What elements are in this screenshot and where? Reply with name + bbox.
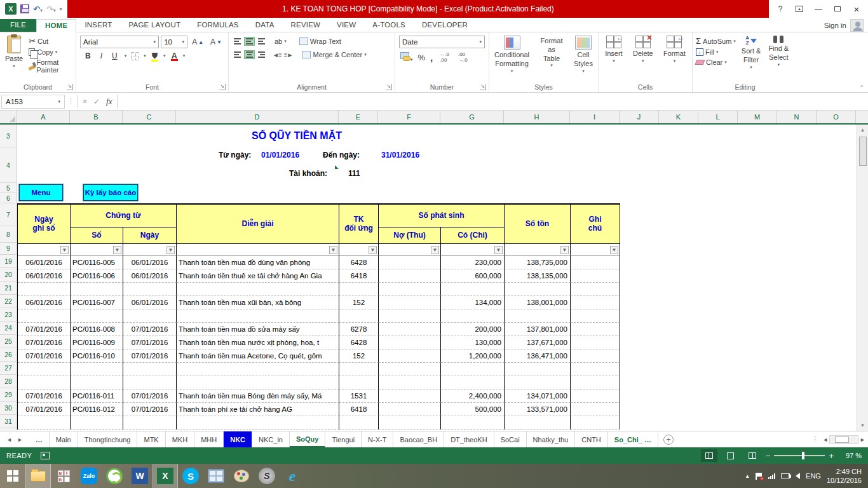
network-signal-icon[interactable] xyxy=(768,473,775,479)
ribbon-tab-data[interactable]: DATA xyxy=(247,19,283,32)
cell-E31[interactable] xyxy=(339,416,379,430)
row-header-19[interactable]: 19 xyxy=(0,255,17,268)
cell-G26[interactable]: 1,200,000 xyxy=(441,349,505,363)
cell-E25[interactable]: 6428 xyxy=(339,336,379,349)
redo-button[interactable]: ↷▾ xyxy=(46,5,56,13)
cell-E23[interactable] xyxy=(339,309,379,323)
font-size-combo[interactable]: 10▾ xyxy=(161,36,187,48)
cell-I27[interactable] xyxy=(571,363,620,376)
cell-F21[interactable] xyxy=(379,283,441,296)
row-header-29[interactable]: 29 xyxy=(0,388,17,402)
row-header-26[interactable]: 26 xyxy=(0,348,17,362)
cell-D28[interactable] xyxy=(177,376,339,390)
font-name-combo[interactable]: Arial▾ xyxy=(80,36,159,48)
accounting-format-button[interactable]: ▾ xyxy=(400,52,413,63)
copy-button[interactable]: Copy▾ xyxy=(27,47,74,57)
number-dialog-launcher[interactable]: ↘ xyxy=(480,84,486,90)
cell-I29[interactable] xyxy=(571,390,620,403)
cell-A24[interactable]: 07/01/2016 xyxy=(18,323,71,336)
zoom-out-icon[interactable]: − xyxy=(766,451,771,461)
cell-B21[interactable] xyxy=(71,283,123,296)
cell-styles-button[interactable]: Cell Styles▾ xyxy=(570,34,597,76)
cell-B30[interactable]: PC/0116-012 xyxy=(71,403,123,416)
column-header-L[interactable]: L xyxy=(698,111,738,123)
number-format-combo[interactable]: Date▾ xyxy=(399,36,485,48)
to-date-value[interactable]: 31/01/2016 xyxy=(381,151,419,159)
cell-B19[interactable]: PC/0116-005 xyxy=(71,256,123,269)
column-header-H[interactable]: H xyxy=(504,111,570,123)
horizontal-scroll-thumb[interactable] xyxy=(835,437,849,443)
cell-C21[interactable] xyxy=(123,283,177,296)
cell-B25[interactable]: PC/0116-009 xyxy=(71,336,123,349)
cell-E26[interactable]: 152 xyxy=(339,349,379,363)
help-button[interactable]: ? xyxy=(771,2,789,16)
cells-area[interactable]: SỔ QŨY TIỀN MẶT Từ ngày: 01/01/2016 Đến … xyxy=(17,125,857,431)
cell-I21[interactable] xyxy=(571,283,620,296)
cell-H19[interactable]: 138,735,000 xyxy=(505,256,571,269)
sheet-tab-main[interactable]: Main xyxy=(50,431,78,447)
cell-G19[interactable]: 230,000 xyxy=(441,256,505,269)
row-header-30[interactable]: 30 xyxy=(0,402,17,415)
cell-C19[interactable]: 06/01/2016 xyxy=(123,256,177,269)
underline-button[interactable]: U xyxy=(109,51,120,61)
filter-dropdown-icon[interactable]: ▼ xyxy=(431,246,439,254)
header-ngay-ghi-so[interactable]: Ngày ghi sổ xyxy=(18,205,71,244)
cell-D24[interactable]: Thanh toán tiền mua đồ sửa máy sấy xyxy=(177,323,339,336)
format-as-table-button[interactable]: Format as Table▾ xyxy=(533,34,570,71)
cell-B24[interactable]: PC/0116-008 xyxy=(71,323,123,336)
cell-G24[interactable]: 200,000 xyxy=(441,323,505,336)
sort-filter-button[interactable]: AZ Sort & Filter▾ xyxy=(738,34,765,72)
cell-F20[interactable] xyxy=(379,269,441,283)
cell-H22[interactable]: 138,001,000 xyxy=(505,296,571,309)
insert-cells-button[interactable]: ← Insert▾ xyxy=(601,34,627,66)
cancel-formula-button[interactable]: × xyxy=(83,97,87,106)
conditional-formatting-button[interactable]: Conditional Formatting▾ xyxy=(491,34,533,76)
orientation-button[interactable]: ab▾ xyxy=(273,36,288,46)
cell-B22[interactable]: PC/0116-007 xyxy=(71,296,123,309)
cell-C24[interactable]: 07/01/2016 xyxy=(123,323,177,336)
sheet-tab-socai[interactable]: SoCai xyxy=(494,431,527,447)
cell-A31[interactable] xyxy=(18,416,71,430)
cell-I22[interactable] xyxy=(571,296,620,309)
cell-G27[interactable] xyxy=(441,363,505,376)
cell-H27[interactable] xyxy=(505,363,571,376)
page-layout-view-button[interactable] xyxy=(722,449,739,462)
cell-H21[interactable] xyxy=(505,283,571,296)
header-co-chi[interactable]: Có (Chi) xyxy=(441,227,505,244)
cell-G30[interactable]: 500,000 xyxy=(441,403,505,416)
file-explorer-button[interactable] xyxy=(25,464,51,488)
ribbon-tab-file[interactable]: FILE xyxy=(0,19,36,32)
zalo-button[interactable]: Zalo xyxy=(76,464,102,488)
sign-in-link[interactable]: Sign in xyxy=(824,22,846,29)
volume-icon[interactable] xyxy=(796,473,800,479)
cell-H31[interactable] xyxy=(505,416,571,430)
cell-A19[interactable]: 06/01/2016 xyxy=(18,256,71,269)
filter-dropdown-icon[interactable]: ▼ xyxy=(494,246,503,254)
cell-E24[interactable]: 6278 xyxy=(339,323,379,336)
cell-D21[interactable] xyxy=(177,283,339,296)
cell-E27[interactable] xyxy=(339,363,379,376)
filter-dropdown-icon[interactable]: ▼ xyxy=(329,246,337,254)
cell-A27[interactable] xyxy=(18,363,71,376)
tab-scroll-left-icon[interactable]: ◄ xyxy=(6,437,12,443)
cell-F28[interactable] xyxy=(379,376,441,390)
row-header-27[interactable]: 27 xyxy=(0,362,17,375)
filter-dropdown-icon[interactable]: ▼ xyxy=(610,246,618,254)
cell-A29[interactable]: 07/01/2016 xyxy=(18,390,71,403)
cell-G25[interactable]: 130,000 xyxy=(441,336,505,349)
align-top-button[interactable] xyxy=(233,37,242,45)
save-icon[interactable] xyxy=(20,4,29,13)
macro-record-icon[interactable] xyxy=(41,452,50,459)
header-ghi-chu[interactable]: Ghi chú xyxy=(571,205,620,244)
cell-C27[interactable] xyxy=(123,363,177,376)
sheet-tab-nkc[interactable]: NKC xyxy=(224,431,252,447)
zoom-slider[interactable]: − + xyxy=(766,451,834,461)
sheet-tab-baocao_bh[interactable]: Baocao_BH xyxy=(393,431,444,447)
minimize-button[interactable]: — xyxy=(810,2,827,16)
cell-F26[interactable] xyxy=(379,349,441,363)
internet-explorer-button[interactable]: e xyxy=(280,464,305,488)
media-app-button[interactable]: S xyxy=(254,464,280,488)
row-header-5[interactable]: 5 xyxy=(0,183,17,193)
row-header-20[interactable]: 20 xyxy=(0,268,17,281)
cell-C29[interactable]: 07/01/2016 xyxy=(123,390,177,403)
